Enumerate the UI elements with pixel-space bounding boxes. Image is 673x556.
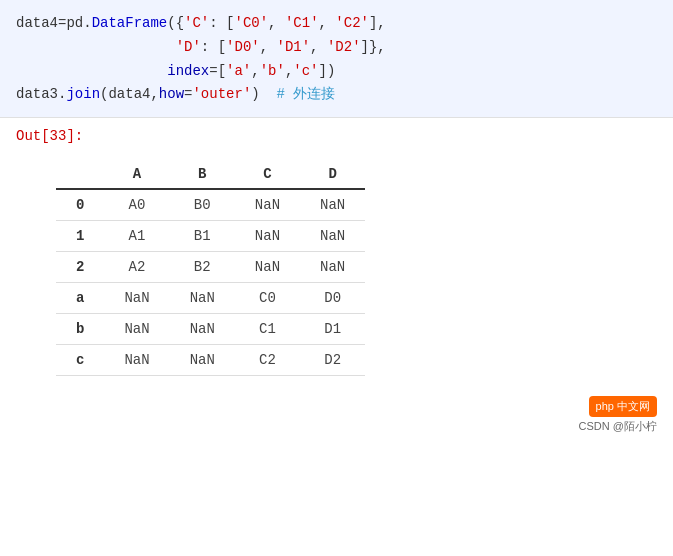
watermark: php 中文网 CSDN @陌小柠 — [0, 386, 673, 442]
cell-C: NaN — [235, 252, 300, 283]
col-header-index — [56, 160, 104, 189]
cell-index: c — [56, 345, 104, 376]
cell-A: NaN — [104, 345, 169, 376]
table-row: cNaNNaNC2D2 — [56, 345, 365, 376]
cell-A: NaN — [104, 314, 169, 345]
cell-index: a — [56, 283, 104, 314]
cell-D: NaN — [300, 189, 365, 221]
cell-D: D0 — [300, 283, 365, 314]
cell-C: C2 — [235, 345, 300, 376]
cell-C: C0 — [235, 283, 300, 314]
dataframe-container: A B C D 0A0B0NaNNaN1A1B1NaNNaN2A2B2NaNNa… — [16, 160, 657, 376]
code-line-2: 'D': ['D0', 'D1', 'D2']}, — [16, 36, 657, 60]
cell-index: 1 — [56, 221, 104, 252]
cell-A: A0 — [104, 189, 169, 221]
table-row: 1A1B1NaNNaN — [56, 221, 365, 252]
cell-index: 0 — [56, 189, 104, 221]
cell-D: NaN — [300, 221, 365, 252]
cell-C: C1 — [235, 314, 300, 345]
cell-A: A2 — [104, 252, 169, 283]
cell-B: NaN — [170, 345, 235, 376]
table-row: aNaNNaNC0D0 — [56, 283, 365, 314]
table-row: 0A0B0NaNNaN — [56, 189, 365, 221]
cell-B: NaN — [170, 314, 235, 345]
table-header-row: A B C D — [56, 160, 365, 189]
col-header-D: D — [300, 160, 365, 189]
cell-D: D2 — [300, 345, 365, 376]
cell-index: 2 — [56, 252, 104, 283]
watermark-csdn: CSDN @陌小柠 — [0, 419, 657, 434]
watermark-badge: php 中文网 — [589, 396, 657, 417]
cell-D: D1 — [300, 314, 365, 345]
cell-B: NaN — [170, 283, 235, 314]
code-line-3: index=['a','b','c']) — [16, 60, 657, 84]
cell-A: A1 — [104, 221, 169, 252]
cell-C: NaN — [235, 221, 300, 252]
table-row: bNaNNaNC1D1 — [56, 314, 365, 345]
cell-B: B1 — [170, 221, 235, 252]
col-header-B: B — [170, 160, 235, 189]
cell-D: NaN — [300, 252, 365, 283]
output-label: Out[33]: — [16, 128, 657, 144]
output-section: Out[33]: A B C D 0A0B0NaNNaN1A1B1NaNNaN2… — [0, 118, 673, 376]
table-row: 2A2B2NaNNaN — [56, 252, 365, 283]
cell-B: B2 — [170, 252, 235, 283]
code-line-1: data4=pd.DataFrame({'C': ['C0', 'C1', 'C… — [16, 12, 657, 36]
cell-C: NaN — [235, 189, 300, 221]
cell-B: B0 — [170, 189, 235, 221]
col-header-C: C — [235, 160, 300, 189]
dataframe-table: A B C D 0A0B0NaNNaN1A1B1NaNNaN2A2B2NaNNa… — [56, 160, 365, 376]
cell-index: b — [56, 314, 104, 345]
code-block: data4=pd.DataFrame({'C': ['C0', 'C1', 'C… — [0, 0, 673, 118]
col-header-A: A — [104, 160, 169, 189]
cell-A: NaN — [104, 283, 169, 314]
code-line-4: data3.join(data4,how='outer') # 外连接 — [16, 83, 657, 107]
